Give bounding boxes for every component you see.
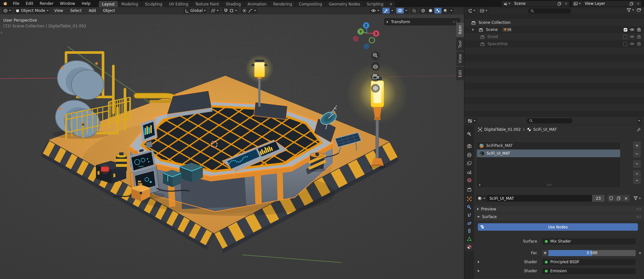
shading-material-preview-button[interactable]	[434, 8, 441, 14]
menu-view[interactable]: View	[52, 8, 66, 14]
expand-icon[interactable]	[472, 28, 474, 31]
scene-name[interactable]: Scene	[512, 1, 556, 6]
zoom-button[interactable]	[371, 52, 380, 60]
material-name-field[interactable]: SciFi_UI_MAT	[487, 195, 592, 202]
add-slot-button[interactable]: +	[633, 141, 641, 149]
workspace-tab-texture-paint[interactable]: Texture Paint	[192, 1, 222, 7]
outliner-row-droid[interactable]: Droid	[464, 33, 644, 40]
workspace-tab-shading[interactable]: Shading	[223, 1, 244, 7]
material-slot-scifi-ui[interactable]: SciFi_UI_MAT	[477, 149, 620, 157]
tab-render[interactable]	[464, 142, 474, 150]
tab-modifiers[interactable]	[464, 203, 474, 211]
fake-user-button[interactable]	[608, 195, 615, 202]
editor-type-button[interactable]	[2, 8, 12, 14]
browse-material-button[interactable]	[476, 195, 487, 202]
outliner-search-input[interactable]	[528, 8, 571, 14]
canister-object[interactable]	[116, 152, 127, 171]
workspace-tab-sculpting[interactable]: Sculpting	[142, 1, 166, 7]
breadcrumb-object[interactable]: DigitalTable_01.002	[484, 127, 521, 132]
workspace-tab-layout[interactable]: Layout	[99, 1, 118, 7]
tab-particles[interactable]	[464, 211, 474, 219]
outliner-display-mode-button[interactable]	[478, 8, 489, 14]
shading-rendered-button[interactable]	[442, 8, 449, 14]
hide-eye-icon[interactable]	[630, 42, 635, 46]
render-visibility-icon[interactable]	[637, 28, 641, 32]
pin-icon[interactable]	[636, 128, 641, 132]
view-layer-browse-button[interactable]	[572, 1, 582, 6]
menu-window[interactable]: Window	[57, 0, 78, 7]
properties-options-button[interactable]	[637, 118, 641, 124]
menu-file[interactable]: File	[10, 0, 23, 7]
viewport-3d[interactable]: User Perspective (72) Scene Collection |…	[0, 14, 464, 279]
transform-panel-header[interactable]: Transform	[384, 18, 460, 25]
use-nodes-button[interactable]: Use Nodes	[478, 223, 638, 231]
show-overlays-toggle[interactable]	[396, 8, 404, 14]
menu-add[interactable]: Add	[86, 8, 98, 14]
properties-editor-type-button[interactable]	[466, 118, 477, 124]
tab-object[interactable]	[464, 195, 474, 203]
material-slot-scifipack[interactable]: SciFiPack_MAT	[477, 142, 620, 149]
properties-search-input[interactable]	[527, 118, 573, 123]
pivot-point-selector[interactable]	[210, 8, 220, 14]
menu-help[interactable]: Help	[78, 0, 93, 7]
scene-unlink-button[interactable]	[563, 1, 569, 6]
preview-panel-header[interactable]: Preview	[474, 205, 644, 213]
shading-wireframe-button[interactable]	[420, 8, 427, 14]
breadcrumb-material[interactable]: SciFi_UI_MAT	[533, 127, 557, 132]
surface-panel-header[interactable]: Surface	[474, 213, 644, 220]
blender-logo-icon[interactable]	[0, 0, 10, 7]
new-collection-button[interactable]	[637, 8, 641, 12]
material-specials-button[interactable]	[633, 196, 641, 200]
new-material-button[interactable]	[615, 195, 622, 202]
exclude-checkbox[interactable]	[623, 42, 627, 46]
shading-dropdown[interactable]	[449, 8, 454, 14]
hide-eye-icon[interactable]	[630, 35, 635, 39]
exclude-checkbox[interactable]	[624, 28, 627, 32]
shading-solid-button[interactable]	[427, 8, 434, 14]
animate-decorator-icon[interactable]	[639, 252, 641, 254]
tab-scene[interactable]	[464, 168, 474, 176]
workspace-tab-modeling[interactable]: Modeling	[118, 1, 141, 7]
scene-copy-button[interactable]	[556, 1, 563, 6]
remove-slot-button[interactable]: −	[633, 150, 641, 158]
mode-selector[interactable]: Object Mode	[14, 8, 50, 14]
tab-collection[interactable]	[464, 185, 474, 194]
toolbar-expand-chevron[interactable]: ›	[1, 30, 2, 35]
menu-render[interactable]: Render	[36, 0, 57, 7]
view-layer-name[interactable]: View Layer	[583, 1, 628, 6]
outliner-filter-button[interactable]	[627, 8, 634, 12]
sidebar-tab-tool[interactable]: Tool	[456, 38, 464, 51]
overlays-dropdown[interactable]	[404, 8, 409, 14]
barrel-object[interactable]	[308, 152, 327, 172]
gizmo-dropdown[interactable]	[390, 8, 394, 14]
slot-specials-button[interactable]	[633, 160, 641, 168]
unlink-material-button[interactable]	[622, 195, 630, 202]
menu-select[interactable]: Select	[68, 8, 84, 14]
outliner-row-scene[interactable]: Scene 34	[464, 26, 644, 33]
move-slot-down-button[interactable]	[633, 178, 641, 184]
menu-object[interactable]: Object	[100, 8, 118, 14]
material-users-count[interactable]: 23	[592, 195, 604, 202]
render-visibility-icon[interactable]	[637, 42, 641, 46]
render-visibility-icon[interactable]	[637, 35, 641, 39]
outliner-row-spaceship[interactable]: SpaceShip	[464, 40, 644, 47]
workspace-tab-scripting[interactable]: Scripting	[364, 1, 386, 7]
add-workspace-button[interactable]: +	[387, 1, 395, 7]
tab-constraints[interactable]	[464, 226, 474, 235]
outliner-row-scene-collection[interactable]: Scene Collection	[464, 19, 644, 26]
tab-tool[interactable]	[464, 130, 474, 138]
proportional-editing-controls[interactable]	[241, 8, 257, 14]
viewport-canvas[interactable]	[0, 14, 464, 279]
outliner-editor-type-button[interactable]	[466, 8, 477, 14]
move-slot-up-button[interactable]	[633, 170, 641, 177]
workspace-tab-geometry-nodes[interactable]: Geometry Nodes	[326, 1, 363, 7]
sidebar-tab-item[interactable]: Item	[456, 23, 464, 37]
workspace-tab-compositing[interactable]: Compositing	[296, 1, 325, 7]
tab-output[interactable]	[464, 151, 474, 159]
shader2-selector[interactable]: Emission	[542, 268, 636, 274]
fac-slider[interactable]: 0.500	[548, 250, 636, 256]
panel-grip-icon[interactable]	[636, 208, 641, 210]
tab-view-layer[interactable]	[464, 159, 474, 167]
panel-grip-icon[interactable]	[636, 216, 641, 218]
workspace-tab-uv-editing[interactable]: UV Editing	[166, 1, 192, 7]
